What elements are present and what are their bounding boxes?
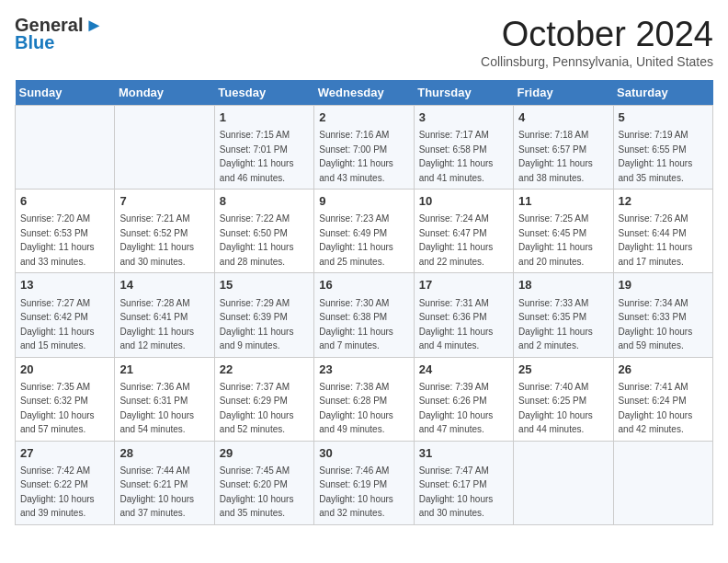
calendar-cell: 16 Sunrise: 7:30 AMSunset: 6:38 PMDaylig… (314, 273, 414, 357)
day-number: 23 (319, 362, 408, 378)
day-info: Sunrise: 7:37 AMSunset: 6:29 PMDaylight:… (220, 382, 294, 435)
day-number: 10 (419, 193, 508, 210)
calendar-cell: 7 Sunrise: 7:21 AMSunset: 6:52 PMDayligh… (115, 190, 214, 273)
day-info: Sunrise: 7:26 AMSunset: 6:44 PMDaylight:… (619, 213, 693, 267)
day-info: Sunrise: 7:36 AMSunset: 6:31 PMDaylight:… (119, 382, 194, 435)
day-info: Sunrise: 7:21 AMSunset: 6:52 PMDaylight:… (119, 213, 194, 267)
day-number: 16 (319, 277, 408, 293)
day-info: Sunrise: 7:30 AMSunset: 6:38 PMDaylight:… (319, 298, 393, 351)
calendar-week-row: 20 Sunrise: 7:35 AMSunset: 6:32 PMDaylig… (16, 357, 713, 441)
calendar-cell: 21 Sunrise: 7:36 AMSunset: 6:31 PMDaylig… (115, 357, 214, 441)
calendar-week-row: 1 Sunrise: 7:15 AMSunset: 7:01 PMDayligh… (16, 106, 713, 190)
weekday-header-row: SundayMondayTuesdayWednesdayThursdayFrid… (16, 80, 713, 106)
day-info: Sunrise: 7:17 AMSunset: 6:58 PMDaylight:… (419, 130, 494, 183)
day-number: 5 (619, 109, 708, 126)
day-info: Sunrise: 7:16 AMSunset: 7:00 PMDaylight:… (319, 130, 393, 183)
calendar-cell: 14 Sunrise: 7:28 AMSunset: 6:41 PMDaylig… (115, 273, 214, 357)
calendar-cell: 28 Sunrise: 7:44 AMSunset: 6:21 PMDaylig… (115, 441, 214, 524)
weekday-header-sunday: Sunday (16, 80, 115, 106)
calendar-cell (16, 106, 115, 190)
location: Collinsburg, Pennsylvania, United States (481, 54, 713, 69)
day-number: 13 (20, 277, 109, 293)
calendar-cell: 24 Sunrise: 7:39 AMSunset: 6:26 PMDaylig… (414, 357, 513, 441)
weekday-header-friday: Friday (514, 80, 613, 106)
day-info: Sunrise: 7:35 AMSunset: 6:32 PMDaylight:… (20, 382, 95, 435)
day-info: Sunrise: 7:18 AMSunset: 6:57 PMDaylight:… (518, 130, 593, 183)
calendar-cell: 19 Sunrise: 7:34 AMSunset: 6:33 PMDaylig… (613, 273, 712, 357)
calendar-cell: 4 Sunrise: 7:18 AMSunset: 6:57 PMDayligh… (514, 106, 613, 190)
day-info: Sunrise: 7:19 AMSunset: 6:55 PMDaylight:… (619, 130, 693, 183)
day-number: 19 (619, 277, 708, 293)
calendar-cell (115, 106, 214, 190)
day-number: 1 (220, 109, 309, 126)
calendar-cell: 29 Sunrise: 7:45 AMSunset: 6:20 PMDaylig… (214, 441, 313, 524)
day-info: Sunrise: 7:23 AMSunset: 6:49 PMDaylight:… (319, 213, 393, 267)
day-number: 3 (419, 109, 508, 126)
calendar-cell: 25 Sunrise: 7:40 AMSunset: 6:25 PMDaylig… (514, 357, 613, 441)
calendar-cell (514, 441, 613, 524)
calendar-table: SundayMondayTuesdayWednesdayThursdayFrid… (15, 80, 713, 525)
day-info: Sunrise: 7:33 AMSunset: 6:35 PMDaylight:… (518, 298, 593, 351)
day-number: 8 (220, 193, 309, 210)
weekday-header-thursday: Thursday (414, 80, 513, 106)
day-number: 15 (220, 277, 309, 293)
weekday-header-tuesday: Tuesday (214, 80, 313, 106)
day-info: Sunrise: 7:42 AMSunset: 6:22 PMDaylight:… (20, 465, 95, 519)
day-number: 12 (619, 193, 708, 210)
calendar-cell: 15 Sunrise: 7:29 AMSunset: 6:39 PMDaylig… (214, 273, 313, 357)
calendar-week-row: 27 Sunrise: 7:42 AMSunset: 6:22 PMDaylig… (16, 441, 713, 524)
day-number: 4 (518, 109, 608, 126)
day-number: 31 (419, 445, 508, 462)
day-info: Sunrise: 7:15 AMSunset: 7:01 PMDaylight:… (220, 130, 294, 183)
calendar-cell: 6 Sunrise: 7:20 AMSunset: 6:53 PMDayligh… (16, 190, 115, 273)
day-number: 2 (319, 109, 408, 126)
day-info: Sunrise: 7:34 AMSunset: 6:33 PMDaylight:… (619, 298, 693, 351)
calendar-cell: 3 Sunrise: 7:17 AMSunset: 6:58 PMDayligh… (414, 106, 513, 190)
calendar-cell: 8 Sunrise: 7:22 AMSunset: 6:50 PMDayligh… (214, 190, 313, 273)
page-header: General ► Blue October 2024 Collinsburg,… (15, 15, 713, 69)
day-number: 29 (220, 445, 309, 462)
day-number: 14 (119, 277, 209, 293)
day-info: Sunrise: 7:27 AMSunset: 6:42 PMDaylight:… (20, 298, 95, 351)
title-section: October 2024 Collinsburg, Pennsylvania, … (481, 15, 713, 69)
calendar-cell: 26 Sunrise: 7:41 AMSunset: 6:24 PMDaylig… (613, 357, 712, 441)
calendar-cell: 17 Sunrise: 7:31 AMSunset: 6:36 PMDaylig… (414, 273, 513, 357)
calendar-cell: 22 Sunrise: 7:37 AMSunset: 6:29 PMDaylig… (214, 357, 313, 441)
day-info: Sunrise: 7:20 AMSunset: 6:53 PMDaylight:… (20, 213, 95, 267)
day-number: 30 (319, 445, 408, 462)
logo: General ► Blue (15, 15, 103, 53)
calendar-cell: 27 Sunrise: 7:42 AMSunset: 6:22 PMDaylig… (16, 441, 115, 524)
calendar-cell: 18 Sunrise: 7:33 AMSunset: 6:35 PMDaylig… (514, 273, 613, 357)
calendar-cell: 23 Sunrise: 7:38 AMSunset: 6:28 PMDaylig… (314, 357, 414, 441)
day-number: 24 (419, 362, 508, 378)
calendar-cell: 13 Sunrise: 7:27 AMSunset: 6:42 PMDaylig… (16, 273, 115, 357)
calendar-cell (613, 441, 712, 524)
day-number: 20 (20, 362, 109, 378)
calendar-week-row: 13 Sunrise: 7:27 AMSunset: 6:42 PMDaylig… (16, 273, 713, 357)
day-info: Sunrise: 7:44 AMSunset: 6:21 PMDaylight:… (119, 465, 194, 519)
calendar-cell: 12 Sunrise: 7:26 AMSunset: 6:44 PMDaylig… (613, 190, 712, 273)
calendar-cell: 5 Sunrise: 7:19 AMSunset: 6:55 PMDayligh… (613, 106, 712, 190)
day-info: Sunrise: 7:38 AMSunset: 6:28 PMDaylight:… (319, 382, 393, 435)
day-number: 17 (419, 277, 508, 293)
weekday-header-saturday: Saturday (613, 80, 712, 106)
day-info: Sunrise: 7:24 AMSunset: 6:47 PMDaylight:… (419, 213, 494, 267)
calendar-cell: 31 Sunrise: 7:47 AMSunset: 6:17 PMDaylig… (414, 441, 513, 524)
calendar-cell: 11 Sunrise: 7:25 AMSunset: 6:45 PMDaylig… (514, 190, 613, 273)
day-number: 11 (518, 193, 608, 210)
day-number: 18 (518, 277, 608, 293)
weekday-header-wednesday: Wednesday (314, 80, 414, 106)
day-number: 9 (319, 193, 408, 210)
day-number: 6 (20, 193, 109, 210)
day-info: Sunrise: 7:45 AMSunset: 6:20 PMDaylight:… (220, 465, 294, 519)
calendar-cell: 2 Sunrise: 7:16 AMSunset: 7:00 PMDayligh… (314, 106, 414, 190)
calendar-cell: 10 Sunrise: 7:24 AMSunset: 6:47 PMDaylig… (414, 190, 513, 273)
day-number: 28 (119, 445, 209, 462)
day-info: Sunrise: 7:31 AMSunset: 6:36 PMDaylight:… (419, 298, 494, 351)
day-info: Sunrise: 7:29 AMSunset: 6:39 PMDaylight:… (220, 298, 294, 351)
day-info: Sunrise: 7:47 AMSunset: 6:17 PMDaylight:… (419, 465, 494, 519)
day-number: 22 (220, 362, 309, 378)
calendar-cell: 1 Sunrise: 7:15 AMSunset: 7:01 PMDayligh… (214, 106, 313, 190)
day-info: Sunrise: 7:39 AMSunset: 6:26 PMDaylight:… (419, 382, 494, 435)
calendar-cell: 30 Sunrise: 7:46 AMSunset: 6:19 PMDaylig… (314, 441, 414, 524)
